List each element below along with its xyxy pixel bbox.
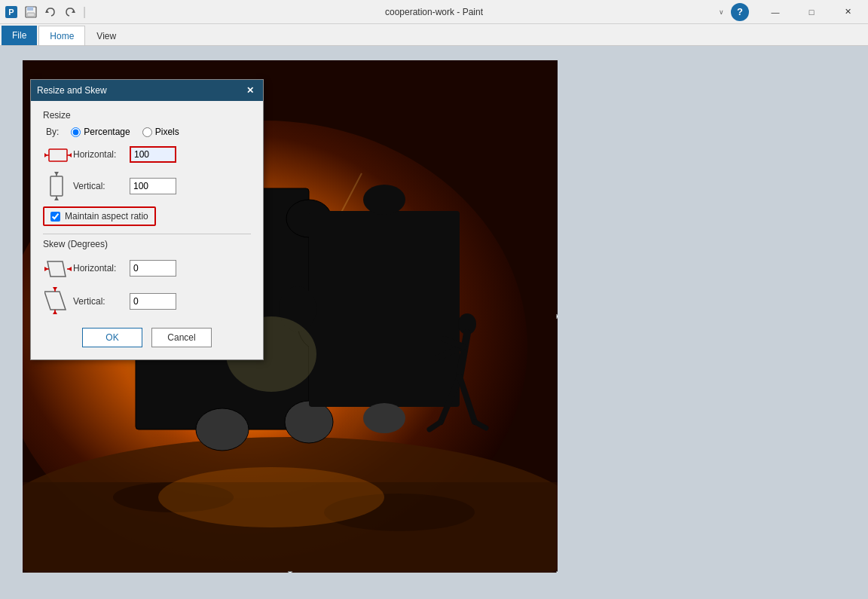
dialog-buttons: OK Cancel: [43, 328, 251, 350]
percentage-radio[interactable]: [71, 127, 81, 137]
svg-rect-3: [27, 7, 33, 11]
svg-marker-44: [54, 172, 59, 176]
vertical-label: Vertical:: [73, 181, 130, 191]
maintain-aspect-ratio-checkbox[interactable]: [50, 212, 60, 222]
svg-marker-46: [47, 261, 66, 277]
skew-vertical-row: Vertical:: [43, 287, 251, 316]
svg-rect-22: [309, 211, 460, 407]
svg-marker-51: [44, 292, 66, 310]
dialog-close-button[interactable]: ✕: [243, 84, 257, 97]
maintain-aspect-ratio-row: Maintain aspect ratio: [43, 206, 156, 226]
title-bar: P | cooperation-work - Paint ∨: [0, 0, 868, 24]
chevron-down-icon[interactable]: ∨: [713, 4, 729, 20]
svg-marker-49: [44, 267, 48, 271]
save-icon[interactable]: [23, 4, 39, 20]
skew-horizontal-icon-container: [43, 255, 73, 281]
vertical-input[interactable]: [130, 178, 176, 194]
by-label: By:: [46, 127, 59, 137]
tab-home[interactable]: Home: [38, 26, 85, 45]
svg-marker-50: [68, 267, 72, 271]
horizontal-resize-icon-container: [43, 143, 73, 166]
horizontal-resize-row: Horizontal:: [43, 143, 251, 166]
title-bar-left: P |: [0, 4, 87, 20]
svg-point-18: [196, 408, 249, 451]
resize-skew-dialog: Resize and Skew ✕ Resize By: Percentage …: [30, 79, 264, 360]
minimize-button[interactable]: —: [758, 0, 793, 24]
file-tab[interactable]: File: [2, 26, 37, 45]
dialog-title-bar: Resize and Skew ✕: [31, 80, 263, 101]
skew-vertical-icon: [44, 287, 72, 316]
horizontal-input[interactable]: [130, 146, 176, 163]
pixels-radio[interactable]: [142, 127, 152, 137]
resize-section-label: Resize: [43, 110, 251, 121]
horizontal-resize-icon: [44, 143, 72, 166]
redo-icon[interactable]: [62, 4, 78, 20]
pixels-radio-label[interactable]: Pixels: [142, 127, 179, 137]
section-divider: [43, 234, 251, 234]
dialog-title: Resize and Skew: [37, 85, 107, 96]
svg-rect-41: [50, 176, 63, 196]
ok-button[interactable]: OK: [82, 328, 142, 347]
svg-rect-36: [49, 149, 67, 161]
cancel-button[interactable]: Cancel: [151, 328, 212, 347]
dialog-body: Resize By: Percentage Pixels: [31, 101, 263, 359]
svg-marker-45: [54, 197, 59, 200]
skew-horizontal-input[interactable]: [130, 260, 176, 277]
svg-marker-55: [53, 310, 57, 314]
percentage-radio-label[interactable]: Percentage: [71, 127, 130, 137]
skew-section-label: Skew (Degrees): [43, 239, 251, 249]
paint-app-icon: P: [3, 4, 20, 20]
vertical-resize-icon: [44, 172, 72, 200]
maintain-aspect-ratio-label: Maintain aspect ratio: [65, 211, 148, 222]
vertical-resize-row: Vertical:: [43, 172, 251, 200]
help-button[interactable]: ?: [731, 3, 749, 21]
undo-icon[interactable]: [42, 4, 59, 20]
skew-horizontal-icon: [44, 255, 72, 281]
skew-horizontal-row: Horizontal:: [43, 255, 251, 281]
ribbon: File Home View: [0, 24, 868, 46]
svg-point-24: [363, 185, 405, 215]
svg-point-19: [285, 401, 333, 443]
svg-rect-4: [27, 13, 35, 17]
svg-text:P: P: [8, 8, 14, 17]
skew-vertical-input[interactable]: [130, 293, 176, 310]
svg-marker-39: [44, 153, 47, 157]
skew-horizontal-label: Horizontal:: [73, 263, 130, 274]
main-area: Resize and Skew ✕ Resize By: Percentage …: [0, 45, 868, 599]
title-bar-controls: ∨ ? — □ ✕: [713, 0, 868, 24]
window-title: cooperation-work - Paint: [385, 7, 483, 17]
horizontal-label: Horizontal:: [73, 149, 130, 160]
svg-point-25: [363, 403, 405, 433]
svg-marker-54: [53, 287, 57, 291]
ribbon-tabs: File Home View: [0, 24, 868, 45]
vertical-resize-icon-container: [43, 172, 73, 200]
tab-view[interactable]: View: [85, 26, 127, 45]
maximize-button[interactable]: □: [794, 0, 829, 24]
close-button[interactable]: ✕: [830, 0, 865, 24]
skew-vertical-label: Vertical:: [73, 296, 130, 307]
skew-vertical-icon-container: [43, 287, 73, 316]
svg-point-34: [158, 467, 384, 527]
svg-marker-40: [69, 153, 72, 157]
